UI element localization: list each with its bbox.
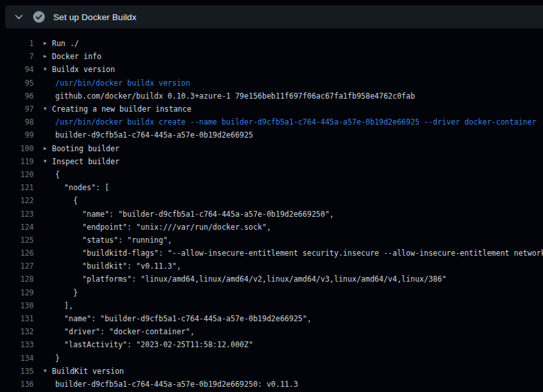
line-number[interactable]: 7 xyxy=(0,52,34,61)
log-line-row: 127 "buildkit": "v0.11.3", xyxy=(0,260,543,273)
line-number[interactable]: 124 xyxy=(0,223,34,232)
line-number[interactable]: 100 xyxy=(0,144,34,153)
group-label: Inspect builder xyxy=(52,157,120,166)
step-header[interactable]: Set up Docker Buildx xyxy=(5,5,543,29)
log-line-row: 98/usr/bin/docker buildx create --name b… xyxy=(0,116,543,129)
group-label: Creating a new builder instance xyxy=(52,104,192,114)
log-line-row: 133 "lastActivity": "2023-02-25T11:58:12… xyxy=(0,338,543,351)
output-text: github.com/docker/buildx 0.10.3+azure-1 … xyxy=(55,92,415,101)
output-text: builder-d9cfb5a1-c764-445a-a57e-0b19d2e6… xyxy=(55,130,253,140)
log-line-row: 125 "status": "running", xyxy=(0,234,543,247)
output-text: "lastActivity": "2023-02-25T11:58:12.000… xyxy=(55,340,253,349)
group-label: Run ./ xyxy=(52,39,79,48)
output-text: ], xyxy=(55,301,73,310)
triangle-right-icon: ▶ xyxy=(44,146,52,151)
log-line-row: 131 "name": "builder-d9cfb5a1-c764-445a-… xyxy=(0,312,543,325)
output-text: "name": "builder-d9cfb5a1-c764-445a-a57e… xyxy=(55,210,334,219)
line-number[interactable]: 123 xyxy=(0,210,34,219)
line-number[interactable]: 95 xyxy=(0,79,34,88)
line-number[interactable]: 132 xyxy=(0,327,34,336)
line-number[interactable]: 98 xyxy=(0,117,34,127)
line-number[interactable]: 135 xyxy=(0,367,34,376)
line-number[interactable]: 127 xyxy=(0,262,34,271)
group-label: Docker info xyxy=(52,52,101,61)
line-number[interactable]: 120 xyxy=(0,170,34,179)
line-number[interactable]: 128 xyxy=(0,275,34,284)
log-line-row: 126 "buildkitd-flags": "--allow-insecure… xyxy=(0,247,543,260)
log-line-row: 128 "platforms": "linux/amd64,linux/amd6… xyxy=(0,273,543,286)
output-text: builder-d9cfb5a1-c764-445a-a57e-0b19d2e6… xyxy=(55,380,298,389)
chevron-down-glyph xyxy=(14,12,23,21)
output-text: "driver": "docker-container", xyxy=(55,327,195,336)
triangle-down-icon: ▼ xyxy=(44,159,52,164)
log-group-row[interactable]: 1▶Run ./ xyxy=(0,37,543,50)
log-line-row: 99builder-d9cfb5a1-c764-445a-a57e-0b19d2… xyxy=(0,129,543,141)
group-label: Booting builder xyxy=(52,144,120,153)
line-number[interactable]: 96 xyxy=(0,92,34,101)
log-viewer: 1▶Run ./7▶Docker info94▼Buildx version95… xyxy=(0,37,543,392)
group-label: BuildKit version xyxy=(52,367,124,376)
triangle-down-icon: ▼ xyxy=(44,67,52,72)
log-line-row: 122 { xyxy=(0,194,543,207)
command-text: /usr/bin/docker buildx create --name bui… xyxy=(55,117,537,127)
line-number[interactable]: 133 xyxy=(0,340,34,349)
log-line-row: 136builder-d9cfb5a1-c764-445a-a57e-0b19d… xyxy=(0,378,543,391)
line-number[interactable]: 136 xyxy=(0,380,34,389)
line-number[interactable]: 126 xyxy=(0,249,34,258)
output-text: "status": "running", xyxy=(55,236,172,245)
line-number[interactable]: 94 xyxy=(0,65,34,74)
command-text: /usr/bin/docker buildx version xyxy=(55,79,190,88)
triangle-right-icon: ▶ xyxy=(44,41,52,46)
line-number[interactable]: 121 xyxy=(0,183,34,192)
log-group-row[interactable]: 7▶Docker info xyxy=(0,50,543,63)
line-number[interactable]: 130 xyxy=(0,301,34,310)
line-number[interactable]: 125 xyxy=(0,236,34,245)
log-line-row: 134} xyxy=(0,352,543,365)
output-text: "name": "builder-d9cfb5a1-c764-445a-a57e… xyxy=(55,314,312,323)
line-number[interactable]: 119 xyxy=(0,157,34,166)
log-line-row: 95/usr/bin/docker buildx version xyxy=(0,77,543,90)
output-text: "platforms": "linux/amd64,linux/amd64/v2… xyxy=(55,275,446,284)
line-number[interactable]: 97 xyxy=(0,104,34,114)
line-number[interactable]: 122 xyxy=(0,196,34,205)
output-text: } xyxy=(55,354,60,363)
line-number[interactable]: 131 xyxy=(0,314,34,323)
log-line-row: 130 ], xyxy=(0,299,543,312)
log-group-row[interactable]: 119▼Inspect builder xyxy=(0,155,543,168)
line-number[interactable]: 1 xyxy=(0,39,34,48)
line-number[interactable]: 134 xyxy=(0,354,34,363)
triangle-down-icon: ▼ xyxy=(44,369,52,374)
output-text: "nodes": [ xyxy=(55,183,109,192)
log-line-row: 96github.com/docker/buildx 0.10.3+azure-… xyxy=(0,90,543,103)
log-line-row: 124 "endpoint": "unix:///var/run/docker.… xyxy=(0,221,543,234)
output-text: } xyxy=(55,288,78,297)
check-circle-icon xyxy=(32,10,45,23)
log-group-row[interactable]: 97▼Creating a new builder instance xyxy=(0,103,543,116)
log-group-row[interactable]: 100▶Booting builder xyxy=(0,142,543,155)
log-group-row[interactable]: 94▼Buildx version xyxy=(0,63,543,76)
output-text: "endpoint": "unix:///var/run/docker.sock… xyxy=(55,223,271,232)
line-number[interactable]: 129 xyxy=(0,288,34,297)
output-text: "buildkit": "v0.11.3", xyxy=(55,262,181,271)
step-title: Set up Docker Buildx xyxy=(53,12,136,22)
log-line-row: 123 "name": "builder-d9cfb5a1-c764-445a-… xyxy=(0,207,543,220)
log-group-row[interactable]: 135▼BuildKit version xyxy=(0,365,543,378)
log-line-row: 120{ xyxy=(0,168,543,181)
chevron-down-icon[interactable] xyxy=(11,9,27,25)
output-text: { xyxy=(55,196,78,205)
output-text: { xyxy=(55,170,60,179)
triangle-down-icon: ▼ xyxy=(44,106,52,112)
line-number[interactable]: 99 xyxy=(0,130,34,140)
log-line-row: 132 "driver": "docker-container", xyxy=(0,325,543,338)
group-label: Buildx version xyxy=(52,65,115,74)
log-line-row: 129 } xyxy=(0,286,543,299)
triangle-right-icon: ▶ xyxy=(44,54,52,59)
output-text: "buildkitd-flags": "--allow-insecure-ent… xyxy=(55,249,543,258)
log-line-row: 121 "nodes": [ xyxy=(0,181,543,194)
